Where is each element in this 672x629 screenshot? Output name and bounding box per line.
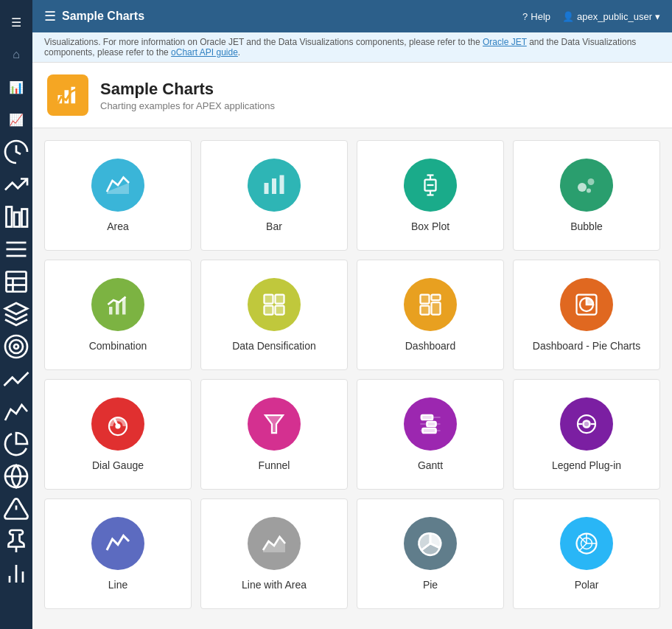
chart-card-datadensification[interactable]: Data Densification xyxy=(200,260,348,370)
ochart-api-link[interactable]: oChart API guide xyxy=(171,47,238,58)
chart-label-dashboard: Dashboard xyxy=(405,340,456,352)
chart-label-legendplugin: Legend Plug-in xyxy=(552,459,621,471)
sidebar-item-chart-line[interactable]: 📈 xyxy=(0,103,32,136)
chart-icon-pie xyxy=(404,517,457,570)
hamburger-icon[interactable]: ☰ xyxy=(44,8,56,24)
chart-grid: AreaBarBox PlotBubbleCombinationData Den… xyxy=(44,140,660,609)
svg-rect-46 xyxy=(421,306,430,315)
sidebar-item-target[interactable] xyxy=(0,330,32,363)
chart-card-funnel[interactable]: Funnel xyxy=(200,379,348,490)
help-link[interactable]: ? Help xyxy=(522,11,550,22)
sidebar-item-list[interactable] xyxy=(0,233,32,265)
svg-point-61 xyxy=(584,421,590,428)
chart-label-boxplot: Box Plot xyxy=(411,220,449,232)
sidebar-item-area[interactable] xyxy=(0,395,32,428)
svg-rect-45 xyxy=(432,295,441,301)
svg-rect-37 xyxy=(109,307,113,315)
chart-icon-area xyxy=(91,159,144,212)
svg-rect-26 xyxy=(272,178,276,194)
sidebar-item-pie[interactable] xyxy=(0,428,32,460)
chart-icon-funnel xyxy=(248,397,301,451)
sidebar-item-bar2[interactable] xyxy=(0,201,32,233)
topbar-right: ? Help 👤 apex_public_user ▾ xyxy=(522,11,660,22)
chart-card-combination[interactable]: Combination xyxy=(44,260,192,370)
sidebar-item-gauge[interactable] xyxy=(0,136,32,168)
notification-bar: Visualizations. For more information on … xyxy=(32,32,672,63)
chart-card-dashboard[interactable]: Dashboard xyxy=(357,260,504,370)
sidebar-item-chart-bar[interactable]: 📊 xyxy=(0,71,32,103)
topbar-title: Sample Charts xyxy=(62,10,144,23)
sidebar-item-warning[interactable] xyxy=(0,493,32,525)
chart-card-line[interactable]: Line xyxy=(44,498,192,609)
chart-card-bar[interactable]: Bar xyxy=(200,140,348,251)
svg-rect-44 xyxy=(421,295,430,304)
sidebar-item-pin[interactable] xyxy=(0,525,32,557)
chart-label-linewitharea: Line with Area xyxy=(242,579,307,591)
topbar-left: ☰ Sample Charts xyxy=(44,8,144,24)
topbar: ☰ Sample Charts ? Help 👤 apex_public_use… xyxy=(32,0,672,32)
sidebar-item-table[interactable] xyxy=(0,265,32,298)
svg-point-12 xyxy=(10,340,23,353)
notification-text: Visualizations. For more information on … xyxy=(44,37,480,47)
svg-marker-10 xyxy=(5,303,27,314)
chart-label-polar: Polar xyxy=(575,579,599,591)
chart-card-bubble[interactable]: Bubble xyxy=(513,140,660,251)
chart-card-gantt[interactable]: Gantt xyxy=(357,379,504,490)
chart-card-boxplot[interactable]: Box Plot xyxy=(357,140,504,251)
sidebar-item-globe[interactable] xyxy=(0,460,32,493)
page-title: Sample Charts xyxy=(100,80,275,99)
sidebar-item-trending[interactable] xyxy=(0,363,32,395)
chart-card-pie[interactable]: Pie xyxy=(357,498,504,609)
oracle-jet-link[interactable]: Oracle JET xyxy=(483,37,527,47)
sidebar: ☰ ⌂ 📊 📈 xyxy=(0,0,32,629)
chart-card-dashboardpie[interactable]: Dashboard - Pie Charts xyxy=(513,260,660,370)
app-icon xyxy=(47,74,88,116)
chart-card-linewitharea[interactable]: Line with Area xyxy=(200,498,348,609)
svg-rect-53 xyxy=(421,415,433,420)
chart-icon-dashboardpie xyxy=(560,278,613,331)
svg-rect-42 xyxy=(265,306,273,315)
chart-icon-dashboard xyxy=(404,278,457,331)
chart-card-legendplugin[interactable]: Legend Plug-in xyxy=(513,379,660,490)
svg-rect-2 xyxy=(22,209,28,227)
svg-rect-27 xyxy=(280,176,284,195)
chart-icon-bubble xyxy=(560,159,613,212)
chart-icon-linewitharea xyxy=(248,517,301,570)
chart-icon-line xyxy=(91,517,144,570)
chart-card-dialgauge[interactable]: Dial Gauge xyxy=(44,379,192,490)
chart-icon-dialgauge xyxy=(91,397,144,451)
chart-icon-legendplugin xyxy=(560,397,613,451)
chart-label-combination: Combination xyxy=(89,340,147,352)
svg-point-11 xyxy=(5,336,27,358)
svg-rect-55 xyxy=(427,422,436,426)
chart-label-line: Line xyxy=(108,579,127,591)
chart-label-dashboardpie: Dashboard - Pie Charts xyxy=(533,340,640,352)
chart-card-area[interactable]: Area xyxy=(44,140,192,251)
sidebar-item-menu[interactable]: ☰ xyxy=(0,6,32,38)
main-content: ☰ Sample Charts ? Help 👤 apex_public_use… xyxy=(32,0,672,629)
user-menu[interactable]: 👤 apex_public_user ▾ xyxy=(562,11,660,22)
chart-label-bar: Bar xyxy=(266,220,282,232)
svg-point-35 xyxy=(588,178,595,185)
chart-icon-bar xyxy=(248,159,301,212)
svg-point-34 xyxy=(578,183,587,192)
svg-point-13 xyxy=(14,344,18,349)
sidebar-item-bar3[interactable] xyxy=(0,557,32,590)
chart-label-area: Area xyxy=(107,220,129,232)
content-area: AreaBarBox PlotBubbleCombinationData Den… xyxy=(32,128,672,629)
sidebar-item-layers[interactable] xyxy=(0,298,32,330)
chart-icon-gantt xyxy=(404,397,457,451)
sidebar-item-home[interactable]: ⌂ xyxy=(0,38,32,71)
svg-rect-43 xyxy=(276,306,284,315)
page-header-text: Sample Charts Charting examples for APEX… xyxy=(100,80,275,111)
help-icon: ? xyxy=(522,11,528,22)
chart-icon-combination xyxy=(91,278,144,331)
svg-rect-57 xyxy=(423,428,436,433)
chart-card-polar[interactable]: Polar xyxy=(513,498,660,609)
sidebar-item-trend[interactable] xyxy=(0,168,32,201)
page-subtitle: Charting examples for APEX applications xyxy=(100,100,275,111)
svg-rect-0 xyxy=(7,207,13,227)
svg-rect-41 xyxy=(276,295,284,304)
chart-label-funnel: Funnel xyxy=(259,459,290,471)
svg-rect-47 xyxy=(432,302,441,315)
